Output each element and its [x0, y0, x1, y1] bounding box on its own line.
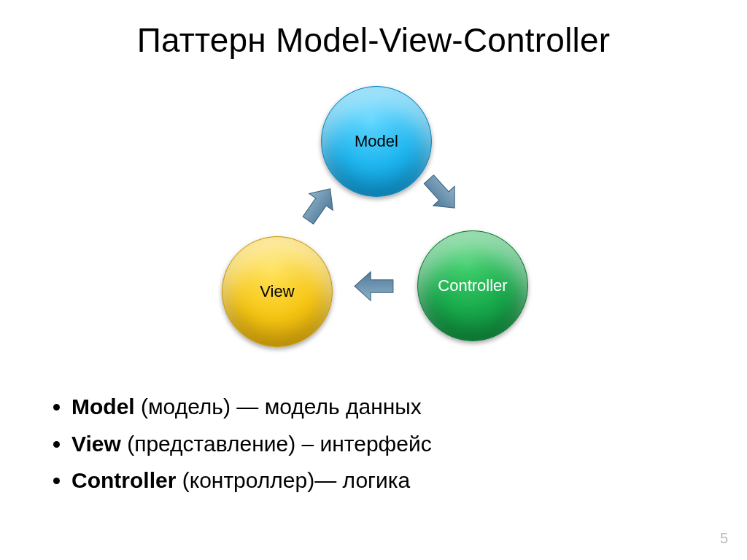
term: Controller	[71, 468, 176, 492]
node-model-label: Model	[355, 132, 398, 151]
arrow-view-model-icon	[294, 179, 344, 230]
list-item: Model (модель) — модель данных	[71, 390, 432, 424]
node-model: Model	[321, 86, 432, 197]
mvc-cycle-diagram: Model Controller View	[219, 86, 540, 341]
node-controller-label: Controller	[438, 276, 507, 295]
definition: (представление) – интерфейс	[121, 432, 432, 456]
node-view: View	[222, 236, 333, 347]
arrow-controller-view-icon	[354, 270, 394, 303]
arrow-model-controller-icon	[416, 168, 467, 219]
term: Model	[71, 394, 135, 419]
node-view-label: View	[260, 282, 294, 301]
slide: Паттерн Model-View-Controller Model Cont…	[0, 0, 747, 560]
page-number: 5	[720, 530, 728, 547]
node-controller: Controller	[417, 230, 528, 341]
definition: (контроллер)— логика	[176, 468, 410, 492]
list-item: Controller (контроллер)— логика	[71, 464, 432, 498]
term: View	[71, 432, 121, 456]
definition: (модель) — модель данных	[135, 394, 422, 419]
slide-title: Паттерн Model-View-Controller	[0, 20, 747, 60]
list-item: View (представление) – интерфейс	[71, 427, 432, 462]
bullet-list: Model (модель) — модель данных View (пре…	[42, 390, 432, 501]
